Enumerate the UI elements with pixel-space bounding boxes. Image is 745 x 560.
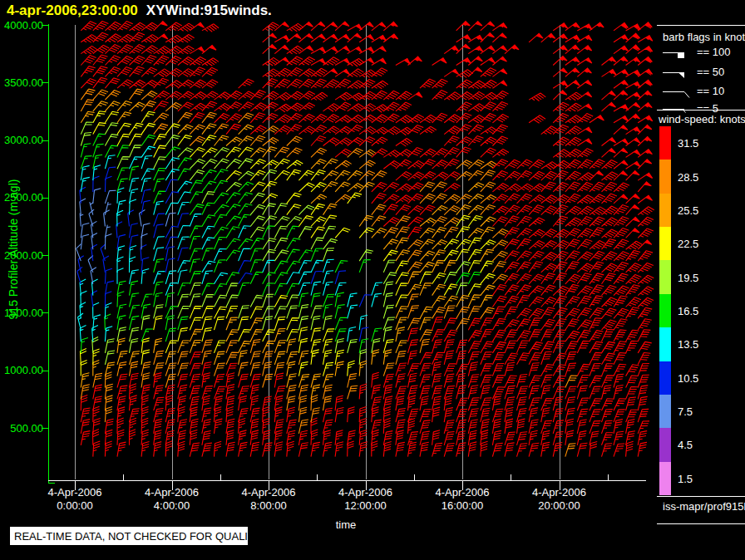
wind-barb (348, 24, 363, 31)
panel-separator-footer-bottom (657, 523, 745, 524)
wind-barb (298, 261, 311, 273)
x-tick-date: 4-Apr-2006 (145, 486, 199, 499)
wind-barb (432, 113, 448, 123)
wind-barb (577, 364, 590, 376)
wind-barb (311, 194, 327, 204)
wind-barb (565, 115, 582, 124)
wind-barb (287, 23, 303, 32)
wind-barb (638, 91, 652, 100)
wind-barb (408, 419, 416, 434)
barb-field (76, 21, 654, 456)
wind-barb (626, 397, 636, 410)
wind-barb (202, 215, 215, 227)
wind-barb (81, 66, 95, 77)
wind-barb (202, 24, 219, 32)
wind-barb (298, 250, 313, 261)
wind-barb (420, 352, 432, 364)
wind-barb (372, 293, 382, 307)
wind-barb (141, 101, 156, 111)
wind-barb (541, 307, 555, 318)
quality-notice: REAL-TIME DATA, NOT CHECKED FOR QUALITY (10, 527, 248, 545)
wind-barb (178, 248, 189, 261)
wind-barb (444, 296, 458, 307)
wind-barb (311, 204, 325, 214)
wind-barb (311, 148, 327, 157)
wind-barb (590, 171, 604, 180)
wind-barb (553, 262, 567, 273)
wind-barb (541, 341, 555, 353)
wind-barb (130, 430, 136, 445)
wind-barb (202, 226, 215, 238)
wind-barb (541, 408, 550, 422)
wind-barb (468, 104, 485, 112)
wind-barb (105, 123, 118, 135)
wind-barb (383, 34, 397, 42)
wind-barb (505, 419, 513, 434)
wind-barb (298, 216, 313, 227)
wind-barb (190, 214, 201, 227)
wind-barb (602, 138, 616, 146)
y-tick-label: 3000.00 (4, 134, 43, 146)
wind-barb (154, 145, 166, 157)
wind-barb (80, 187, 86, 204)
wind-barb (432, 340, 443, 353)
wind-barb (372, 193, 387, 203)
wind-barb (505, 251, 520, 261)
x-tick-date: 4-Apr-2006 (47, 486, 101, 499)
wind-barb (505, 239, 520, 250)
wind-barb (638, 364, 649, 376)
wind-barb (298, 22, 313, 31)
wind-barb (215, 169, 229, 180)
wind-barb (456, 351, 466, 364)
wind-barb (178, 294, 190, 307)
wind-barb (553, 114, 569, 123)
wind-barb (444, 284, 457, 296)
wind-barb (396, 386, 407, 399)
wind-barb (105, 233, 111, 249)
wind-barb (505, 307, 518, 318)
wind-barb (456, 58, 471, 66)
wind-barb (577, 149, 593, 158)
colorbar-label: 31.5 (678, 137, 698, 150)
wind-barb (215, 284, 228, 296)
wind-barb (396, 273, 409, 284)
wind-barb (274, 250, 289, 261)
wind-barb (396, 442, 405, 456)
wind-barb (408, 262, 423, 273)
wind-barb (215, 273, 228, 284)
wind-barb (383, 340, 393, 353)
wind-barb (444, 306, 455, 318)
wind-barb (614, 116, 629, 123)
wind-barb (274, 386, 285, 400)
legend-item-flag-100: == 100 (661, 45, 694, 59)
wind-barb-plot: 4000.003500.003000.002500.002000.001500.… (0, 0, 745, 560)
wind-barb (492, 262, 506, 273)
wind-barb (638, 217, 654, 226)
wind-barb (165, 135, 180, 146)
wind-barb (383, 327, 392, 341)
wind-barb (396, 295, 408, 307)
wind-barb (638, 341, 652, 353)
wind-barb (215, 159, 229, 169)
wind-barb (239, 214, 251, 226)
colorbar-swatch (659, 194, 671, 227)
wind-barb (396, 283, 407, 296)
x-tick-date: 4-Apr-2006 (241, 486, 295, 499)
wind-barb (335, 361, 344, 376)
wind-barb (638, 150, 652, 158)
wind-barb (565, 239, 580, 249)
wind-barb (215, 351, 225, 365)
wind-barb (274, 159, 289, 169)
wind-barb (614, 263, 629, 273)
wind-barb (141, 111, 155, 123)
wind-barb (130, 199, 136, 215)
wind-barb (178, 203, 190, 215)
wind-barb (165, 316, 175, 330)
wind-barb (298, 103, 314, 111)
wind-barb (481, 227, 495, 238)
wind-barb (481, 58, 496, 66)
wind-barb (178, 112, 193, 123)
wind-barb (626, 103, 640, 111)
wind-barb (348, 386, 358, 399)
wind-barb (468, 136, 483, 146)
